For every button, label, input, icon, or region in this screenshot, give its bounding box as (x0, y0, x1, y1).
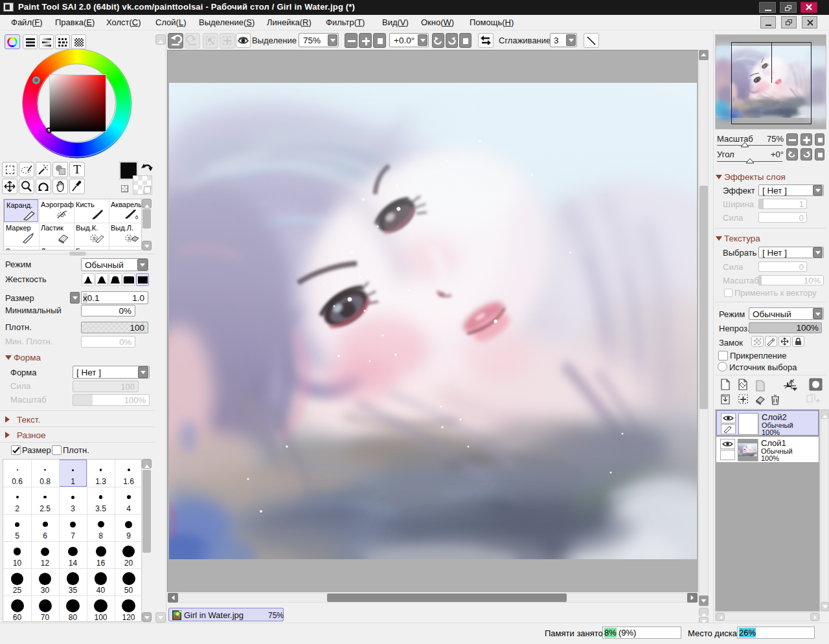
svg-text:S: S (93, 236, 97, 241)
svg-text:S: S (128, 236, 131, 241)
